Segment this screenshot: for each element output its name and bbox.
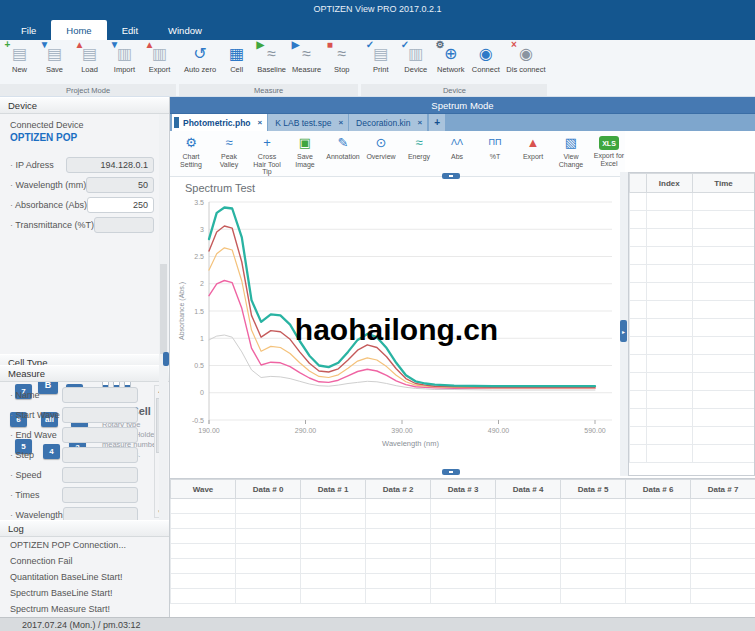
energy-button[interactable]: ≈Energy bbox=[400, 131, 438, 176]
menu-item-edit[interactable]: Edit bbox=[107, 20, 153, 40]
spectrum-chart[interactable]: Spectrum Test -0.500.511.522.533.5190.00… bbox=[175, 180, 618, 466]
tab-decoration-kin[interactable]: Decoration.kin× bbox=[349, 114, 427, 131]
abs-button[interactable]: ΛΛAbs bbox=[438, 131, 476, 176]
table-cell bbox=[693, 247, 755, 265]
column-header-index: Index bbox=[646, 174, 692, 193]
baseline-button[interactable]: ≈▶Baseline bbox=[254, 40, 289, 84]
close-icon[interactable]: × bbox=[258, 118, 263, 127]
table-cell bbox=[691, 589, 755, 604]
field-input-absorbance-abs[interactable]: 250 bbox=[87, 197, 154, 213]
document-tabbar: Photometric.pho×K LAB test.spe×Decoratio… bbox=[170, 114, 755, 131]
save-button[interactable]: ▤▼Save bbox=[37, 40, 72, 84]
load-icon-badge: ▲ bbox=[75, 40, 85, 50]
field-input-start-wave[interactable] bbox=[62, 407, 138, 423]
field-input-end-wave[interactable] bbox=[62, 427, 138, 443]
toolbar-button-label: Overview bbox=[366, 153, 395, 161]
menu-item-home[interactable]: Home bbox=[51, 20, 106, 40]
sidebar-scrollbar[interactable] bbox=[159, 114, 168, 520]
table-row bbox=[630, 373, 755, 391]
print-button[interactable]: ▤✓Print bbox=[363, 40, 398, 84]
table-cell bbox=[630, 373, 647, 391]
save-image-button[interactable]: ▣Save Image bbox=[286, 131, 324, 176]
column-header-time: Time bbox=[693, 174, 755, 193]
new-tab-button[interactable]: + bbox=[429, 114, 445, 131]
table-cell bbox=[496, 499, 561, 514]
table-cell bbox=[630, 211, 647, 229]
field-input-step[interactable] bbox=[62, 447, 138, 463]
table-cell bbox=[630, 427, 647, 445]
network-button[interactable]: ⊕⚙Network bbox=[433, 40, 468, 84]
table-cell bbox=[301, 544, 366, 559]
t-button[interactable]: ΠΠ%T bbox=[476, 131, 514, 176]
table-cell bbox=[646, 409, 692, 427]
vertical-splitter-handle[interactable]: ▸ bbox=[620, 320, 627, 342]
peak-valley-button[interactable]: ≈Peak Valley bbox=[210, 131, 248, 176]
annotation-button[interactable]: ✎Annotation bbox=[324, 131, 362, 176]
toolbar-button-label: Abs bbox=[451, 153, 463, 161]
tab-k-lab-test-spe[interactable]: K LAB test.spe× bbox=[268, 114, 348, 131]
device-panel-title: Device bbox=[8, 100, 37, 111]
ribbon-group-device: ▤✓Print▥✓Device⊕⚙Network◉Connect◉×Dis co… bbox=[361, 40, 550, 96]
close-icon[interactable]: × bbox=[417, 118, 422, 127]
collapse-toolbar-handle[interactable] bbox=[442, 173, 460, 179]
view-change-button[interactable]: ▧View Change bbox=[552, 131, 590, 176]
device-field-row: Wavelength (mm)50 bbox=[0, 175, 160, 195]
device-field-row: IP Adress194.128.0.1 bbox=[0, 155, 160, 175]
field-input-transmittance-t[interactable] bbox=[94, 217, 154, 233]
new-button[interactable]: ▤+New bbox=[2, 40, 37, 84]
field-input-ip-adress[interactable]: 194.128.0.1 bbox=[66, 157, 154, 173]
measure-button[interactable]: ≈▶Measure bbox=[289, 40, 324, 84]
field-input-wavelength-mm[interactable]: 50 bbox=[86, 177, 154, 193]
menu-item-window[interactable]: Window bbox=[153, 20, 217, 40]
save-icon-badge: ▼ bbox=[40, 40, 50, 50]
close-icon[interactable]: × bbox=[338, 118, 343, 127]
table-row bbox=[171, 499, 755, 514]
svg-text:3.5: 3.5 bbox=[194, 199, 204, 206]
tab-photometric-pho[interactable]: Photometric.pho× bbox=[172, 114, 267, 131]
auto-zero-button[interactable]: ↺Auto zero bbox=[181, 40, 219, 84]
stop-button[interactable]: ≈■Stop bbox=[324, 40, 359, 84]
scrollbar-thumb[interactable] bbox=[160, 264, 167, 354]
table-cell bbox=[646, 283, 692, 301]
table-cell bbox=[630, 337, 647, 355]
load-button[interactable]: ▤▲Load bbox=[72, 40, 107, 84]
overview-button[interactable]: ⊙Overview bbox=[362, 131, 400, 176]
export-button[interactable]: ▥▲Export bbox=[142, 40, 177, 84]
table-cell bbox=[171, 514, 236, 529]
connect-button[interactable]: ◉Connect bbox=[468, 40, 503, 84]
field-input-name[interactable] bbox=[62, 387, 138, 403]
table-row bbox=[630, 193, 755, 211]
table-row bbox=[630, 355, 755, 373]
cross-hair-tool-tip-button[interactable]: +Cross Hair Tool Tip bbox=[248, 131, 286, 176]
ribbon-group-project-mode: ▤+New▤▼Save▤▲Load▥▼Import▥▲ExportProject… bbox=[0, 40, 179, 96]
cell-button[interactable]: ▦Cell bbox=[219, 40, 254, 84]
field-input-speed[interactable] bbox=[62, 467, 138, 483]
sidebar-splitter-handle[interactable] bbox=[163, 352, 169, 366]
chart-setting-button[interactable]: ⚙Chart Setting bbox=[172, 131, 210, 176]
export-button[interactable]: ▲Export bbox=[514, 131, 552, 176]
table-cell bbox=[630, 265, 647, 283]
status-datetime: 2017.07.24 (Mon.) / pm.03:12 bbox=[22, 620, 141, 630]
view-change-icon: ▧ bbox=[560, 134, 582, 151]
toolbar-button-label: Peak Valley bbox=[213, 153, 245, 168]
table-cell bbox=[626, 589, 691, 604]
tab-label: Decoration.kin bbox=[356, 118, 410, 128]
table-cell bbox=[301, 514, 366, 529]
measure-field-row: Speed bbox=[0, 465, 160, 485]
table-row bbox=[171, 514, 755, 529]
import-icon-badge: ▼ bbox=[110, 40, 120, 50]
table-cell bbox=[366, 529, 431, 544]
device-icon-badge: ✓ bbox=[401, 40, 409, 50]
main-area: Spetrum Mode Photometric.pho×K LAB test.… bbox=[170, 97, 755, 617]
menu-item-file[interactable]: File bbox=[6, 20, 51, 40]
toolbar-button-label: Export for Excel bbox=[593, 152, 625, 167]
collapse-table-handle[interactable] bbox=[442, 469, 460, 475]
import-button[interactable]: ▥▼Import bbox=[107, 40, 142, 84]
dis-connect-button[interactable]: ◉×Dis connect bbox=[503, 40, 548, 84]
field-input-times[interactable] bbox=[62, 487, 138, 503]
table-cell bbox=[561, 589, 626, 604]
measure-icon: ≈▶ bbox=[295, 42, 319, 65]
export-for-excel-button[interactable]: XLSExport for Excel bbox=[590, 131, 628, 176]
device-button[interactable]: ▥✓Device bbox=[398, 40, 433, 84]
excel-icon: XLS bbox=[599, 136, 619, 150]
